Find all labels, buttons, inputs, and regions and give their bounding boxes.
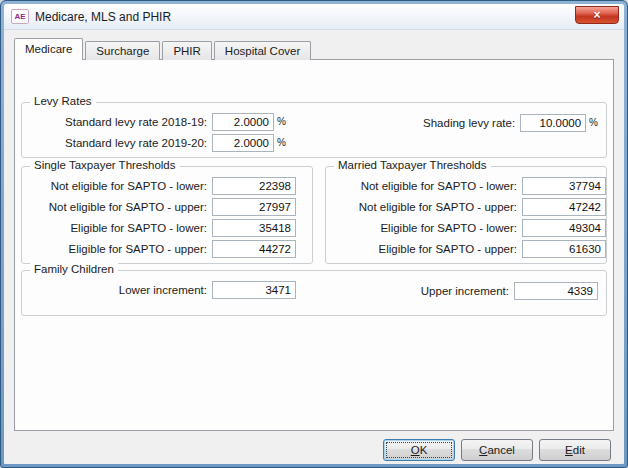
upper-increment-input[interactable] (514, 282, 598, 300)
percent-sign: % (277, 137, 286, 148)
dialog-frame: AE Medicare, MLS and PHIR × Medicare Sur… (0, 0, 628, 468)
dialog-window: AE Medicare, MLS and PHIR × Medicare Sur… (4, 4, 624, 464)
upper-increment-label: Upper increment: (364, 285, 514, 297)
married-row-1: Not eligible for SAPTO - lower: (326, 175, 606, 196)
married-nl-upper-label: Not eligible for SAPTO - upper: (326, 201, 522, 213)
single-thresholds-group: Single Taxpayer Thresholds Not eligible … (21, 166, 313, 264)
close-button[interactable]: × (575, 6, 619, 24)
single-row-3: Eligible for SAPTO - lower: (22, 217, 312, 238)
married-row-4: Eligible for SAPTO - upper: (326, 238, 606, 259)
levy-2019-20-input[interactable] (212, 134, 274, 152)
single-row-1: Not eligible for SAPTO - lower: (22, 175, 312, 196)
ok-button[interactable]: OK (383, 439, 455, 461)
single-thresholds-title: Single Taxpayer Thresholds (30, 159, 180, 171)
married-thresholds-title: Married Taxpayer Thresholds (334, 159, 491, 171)
shading-levy-label: Shading levy rate: (390, 117, 520, 129)
levy-2019-20-label: Standard levy rate 2019-20: (22, 137, 212, 149)
single-not-eligible-upper-input[interactable] (212, 198, 296, 216)
married-not-eligible-upper-input[interactable] (522, 198, 606, 216)
single-not-eligible-lower-input[interactable] (212, 177, 296, 195)
edit-button[interactable]: Edit (539, 439, 611, 461)
levy-rates-title: Levy Rates (30, 95, 96, 107)
button-row: OK Cancel Edit (4, 431, 624, 464)
family-children-group: Family Children Lower increment: Upper i… (21, 270, 607, 316)
married-eligible-lower-input[interactable] (522, 219, 606, 237)
tabstrip: Medicare Surcharge PHIR Hospital Cover (4, 38, 624, 60)
lower-increment-label: Lower increment: (22, 284, 212, 296)
married-nl-lower-label: Not eligible for SAPTO - lower: (326, 180, 522, 192)
married-el-upper-label: Eligible for SAPTO - upper: (326, 243, 522, 255)
cancel-button[interactable]: Cancel (461, 439, 533, 461)
married-not-eligible-lower-input[interactable] (522, 177, 606, 195)
window-title: Medicare, MLS and PHIR (35, 10, 171, 24)
levy-2018-19-input[interactable] (212, 113, 274, 131)
edit-button-label: Edit (565, 444, 585, 456)
married-eligible-upper-input[interactable] (522, 240, 606, 258)
levy-2018-19-label: Standard levy rate 2018-19: (22, 116, 212, 128)
tab-surcharge[interactable]: Surcharge (85, 41, 160, 60)
single-el-lower-label: Eligible for SAPTO - lower: (22, 222, 212, 234)
titlebar: AE Medicare, MLS and PHIR × (4, 4, 624, 30)
tab-phir[interactable]: PHIR (162, 41, 211, 60)
single-row-2: Not eligible for SAPTO - upper: (22, 196, 312, 217)
married-thresholds-group: Married Taxpayer Thresholds Not eligible… (325, 166, 607, 264)
single-nl-lower-label: Not eligible for SAPTO - lower: (22, 180, 212, 192)
tab-page-medicare: Levy Rates Standard levy rate 2018-19: %… (14, 59, 614, 431)
single-eligible-lower-input[interactable] (212, 219, 296, 237)
single-eligible-upper-input[interactable] (212, 240, 296, 258)
shading-levy-input[interactable] (520, 114, 586, 132)
married-row-3: Eligible for SAPTO - lower: (326, 217, 606, 238)
tab-medicare[interactable]: Medicare (14, 38, 83, 60)
lower-increment-input[interactable] (212, 281, 296, 299)
percent-sign: % (589, 117, 598, 128)
married-row-2: Not eligible for SAPTO - upper: (326, 196, 606, 217)
single-el-upper-label: Eligible for SAPTO - upper: (22, 243, 212, 255)
app-icon: AE (11, 9, 29, 24)
shading-levy-row: Shading levy rate: % (390, 112, 598, 133)
family-children-title: Family Children (30, 263, 118, 275)
married-el-lower-label: Eligible for SAPTO - lower: (326, 222, 522, 234)
levy-rates-group: Levy Rates Standard levy rate 2018-19: %… (21, 102, 607, 158)
percent-sign: % (277, 116, 286, 127)
single-row-4: Eligible for SAPTO - upper: (22, 238, 312, 259)
tab-hospital-cover[interactable]: Hospital Cover (214, 41, 311, 60)
cancel-button-label: Cancel (479, 444, 515, 456)
levy-row-2019-20: Standard levy rate 2019-20: % (22, 132, 606, 153)
ok-button-label: OK (411, 444, 428, 456)
family-upper-row: Upper increment: (364, 280, 598, 301)
single-nl-upper-label: Not eligible for SAPTO - upper: (22, 201, 212, 213)
close-icon: × (593, 8, 600, 22)
